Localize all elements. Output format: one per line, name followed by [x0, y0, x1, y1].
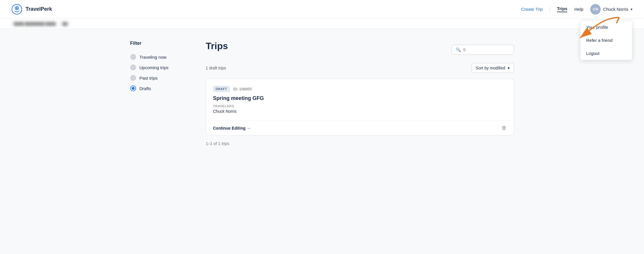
trip-card: DRAFT ID: 106855 Spring meeting GFG TRAV… [206, 79, 514, 135]
draft-count: 1 draft trips [206, 66, 226, 70]
pagination: 1–1 of 1 trips [206, 141, 514, 146]
dropdown-item-refer-friend[interactable]: Refer a friend [580, 34, 632, 47]
breadcrumb-item-1: ████ ████████ ████ [12, 21, 58, 26]
radio-drafts [130, 85, 136, 91]
user-dropdown-menu: Your profile Refer a friend Logout [580, 20, 632, 60]
create-trip-link[interactable]: Create Trip [521, 7, 543, 12]
traveler-name: Chuck Norris [213, 109, 507, 114]
filter-label-traveling-now: Traveling now [140, 55, 167, 60]
content-header: 1 draft trips Sort by modified ▾ [206, 63, 514, 73]
search-input[interactable] [463, 47, 510, 52]
filter-item-drafts[interactable]: Drafts [130, 83, 194, 94]
page-title: Trips [206, 41, 228, 51]
nav-divider [550, 6, 550, 13]
travelers-label: TRAVELERS [213, 104, 507, 108]
radio-traveling-now [130, 54, 136, 60]
filter-label-upcoming-trips: Upcoming trips [140, 65, 169, 70]
trip-card-footer: Continue Editing → 🗑 [206, 121, 514, 135]
nav-trips[interactable]: Trips [557, 6, 568, 12]
trip-name: Spring meeting GFG [213, 95, 507, 101]
svg-point-2 [16, 7, 18, 9]
filter-item-upcoming-trips[interactable]: Upcoming trips [130, 62, 194, 73]
avatar: CN [590, 4, 601, 15]
dropdown-item-your-profile[interactable]: Your profile [580, 21, 632, 34]
chevron-down-icon: ▾ [631, 7, 632, 11]
trip-id: ID: 106855 [233, 87, 252, 91]
logo-text: TravelPerk [26, 6, 52, 12]
trip-card-body: DRAFT ID: 106855 Spring meeting GFG TRAV… [206, 79, 514, 121]
sidebar: Filter Traveling now Upcoming trips Past… [130, 41, 194, 146]
user-menu-trigger[interactable]: CN Chuck Norris ▾ Your profile Refer a f… [590, 4, 632, 15]
logo-area: TravelPerk [12, 4, 52, 15]
filter-label-drafts: Drafts [140, 86, 151, 91]
header: TravelPerk Create Trip Trips Help CN Chu… [0, 0, 644, 19]
radio-upcoming-trips [130, 65, 136, 70]
sort-label: Sort by modified [476, 66, 505, 70]
breadcrumb-item-2: ██ [60, 21, 70, 26]
trips-content: Trips 🔍 1 draft trips Sort by modified ▾… [206, 41, 514, 146]
trip-card-top: DRAFT ID: 106855 [213, 86, 507, 92]
nav-help[interactable]: Help [574, 7, 583, 12]
sort-chevron-icon: ▾ [508, 66, 510, 70]
header-nav: Create Trip Trips Help CN Chuck Norris ▾… [521, 4, 632, 15]
sub-header: ████ ████████ ████ ██ [0, 19, 644, 29]
travelperk-logo-icon [12, 4, 22, 15]
search-bar[interactable]: 🔍 [452, 45, 514, 55]
draft-badge: DRAFT [213, 86, 230, 92]
radio-past-trips [130, 75, 136, 81]
user-name: Chuck Norris [603, 7, 628, 12]
main-content: Filter Traveling now Upcoming trips Past… [119, 29, 526, 158]
sort-dropdown[interactable]: Sort by modified ▾ [471, 63, 514, 73]
filter-title: Filter [130, 41, 194, 46]
filter-item-traveling-now[interactable]: Traveling now [130, 52, 194, 62]
dropdown-item-logout[interactable]: Logout [580, 47, 632, 60]
continue-editing-link[interactable]: Continue Editing → [213, 126, 251, 130]
search-icon: 🔍 [456, 47, 461, 52]
filter-item-past-trips[interactable]: Past trips [130, 73, 194, 83]
delete-icon[interactable]: 🗑 [502, 125, 507, 131]
filter-label-past-trips: Past trips [140, 76, 158, 81]
